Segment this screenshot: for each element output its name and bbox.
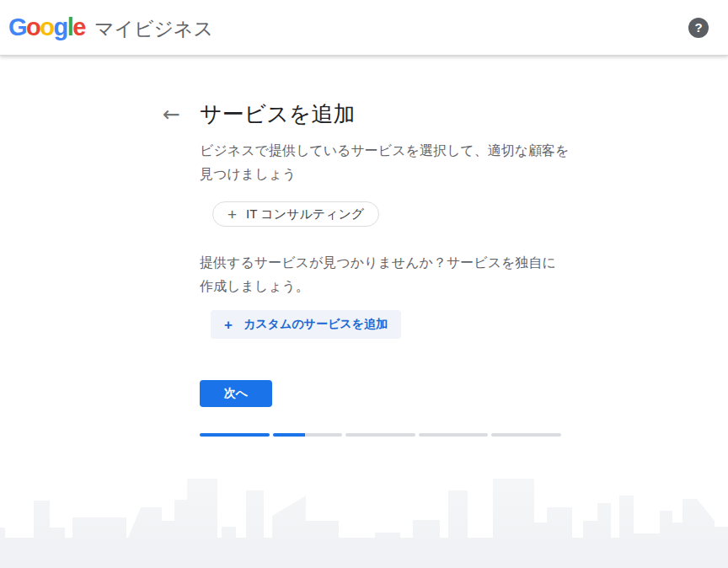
- logo-letter: g: [54, 13, 67, 40]
- logo-letter: o: [26, 13, 40, 40]
- add-custom-service-label: カスタムのサービスを追加: [244, 317, 388, 332]
- app-header: Google マイビジネス ?: [0, 0, 728, 56]
- logo-letter: o: [40, 13, 53, 40]
- google-logo-letters: Google: [8, 15, 85, 40]
- next-button[interactable]: 次へ: [200, 380, 272, 407]
- main-content: ← サービスを追加 ビジネスで提供しているサービスを選択して、適切な顧客を見つけ…: [0, 56, 728, 437]
- skyline-illustration: [0, 467, 728, 568]
- help-icon[interactable]: ?: [688, 18, 709, 38]
- page-subtitle: ビジネスで提供しているサービスを選択して、適切な顧客を見つけましょう: [200, 139, 575, 186]
- progress-bar: [200, 433, 561, 437]
- progress-segment: [491, 433, 561, 437]
- back-arrow-icon[interactable]: ←: [163, 104, 180, 125]
- service-chip-it-consulting[interactable]: + IT コンサルティング: [212, 201, 379, 227]
- service-chip-label: IT コンサルティング: [246, 206, 364, 222]
- help-glyph: ?: [694, 18, 702, 38]
- progress-segment: [345, 433, 415, 437]
- progress-segment: [200, 433, 270, 437]
- progress-segment: [419, 433, 489, 437]
- service-not-found-text: 提供するサービスが見つかりませんか？サービスを独自に作成しましょう。: [200, 251, 564, 298]
- page-title: サービスを追加: [200, 100, 728, 127]
- add-custom-service-button[interactable]: + カスタムのサービスを追加: [211, 310, 401, 339]
- logo-letter: e: [72, 13, 85, 40]
- progress-segment: [273, 433, 343, 437]
- plus-icon: +: [228, 206, 237, 222]
- product-name: マイビジネス: [94, 19, 213, 39]
- logo-letter: G: [8, 13, 26, 40]
- google-logo: Google マイビジネス: [8, 15, 213, 40]
- plus-icon: +: [224, 318, 233, 332]
